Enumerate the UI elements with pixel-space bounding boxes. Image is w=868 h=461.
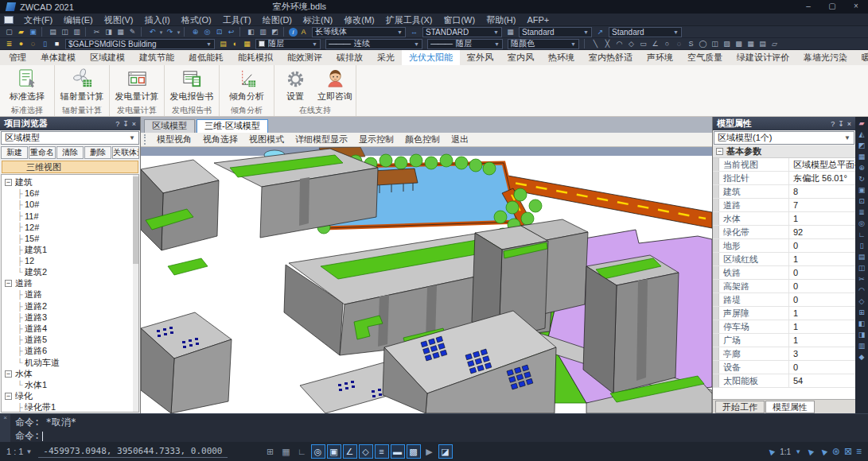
ribbon-tab[interactable]: 采光 — [370, 50, 402, 65]
tree-item[interactable]: 10# — [5, 199, 138, 210]
lineweight-icon[interactable]: ▬ — [391, 444, 405, 459]
tilt-analysis-button[interactable]: 倾角分析 — [222, 68, 271, 103]
property-row[interactable]: 铁路 0 — [713, 266, 855, 280]
scrollbar-thumb[interactable] — [133, 176, 138, 264]
publish-icon[interactable]: ▥ — [71, 27, 83, 37]
settings-button[interactable]: 设置 — [277, 68, 313, 103]
polar-tracking-icon[interactable]: ◎ — [311, 444, 325, 459]
color-combo[interactable]: 随层▼ — [255, 39, 321, 49]
rectangle-icon[interactable]: ▭ — [637, 39, 649, 49]
command-lines[interactable]: 命令: *取消* 命令: — [10, 414, 868, 442]
tree-item[interactable]: 15# — [5, 233, 138, 244]
tree-item[interactable]: 绿化 — [5, 391, 138, 402]
extrude-icon[interactable]: ⊡ — [856, 196, 867, 207]
ribbon-tab[interactable]: 建筑节能 — [132, 50, 181, 65]
layer-previous-icon[interactable]: ◐ — [229, 39, 241, 49]
ribbon-tab[interactable]: 区域建模 — [83, 50, 132, 65]
ribbon-tab[interactable]: 热环境 — [541, 50, 582, 65]
menu-item[interactable]: 格式(O) — [176, 14, 217, 26]
layer-walk-icon[interactable]: ◧ — [856, 319, 867, 329]
property-row[interactable]: 广场 1 — [713, 334, 855, 347]
ribbon-tab[interactable]: 单体建模 — [33, 50, 83, 65]
close-icon[interactable]: × — [847, 120, 851, 128]
table-icon[interactable]: ▦ — [745, 39, 757, 49]
dynamic-input-icon[interactable]: ≡ — [375, 444, 389, 459]
pan-icon[interactable]: ⊕ — [189, 27, 201, 37]
plot-preview-icon[interactable]: ◫ — [59, 27, 71, 37]
tree-item[interactable]: 建筑1 — [5, 244, 138, 255]
match-properties-icon[interactable]: ✎ — [127, 27, 138, 37]
region-icon[interactable]: ▱ — [769, 39, 780, 49]
polygon-icon[interactable]: ◇ — [625, 39, 637, 49]
command-close-icon[interactable]: × — [3, 414, 7, 421]
tree-item[interactable]: 道路5 — [5, 335, 138, 346]
property-row[interactable]: 高架路 0 — [713, 280, 855, 293]
menu-item[interactable]: 视图(V) — [99, 14, 139, 26]
view-toolbar-button[interactable]: 退出 — [446, 134, 474, 145]
view-toolbar-button[interactable]: 详细模型显示 — [290, 134, 353, 145]
property-row[interactable]: 太阳能板 54 — [713, 374, 855, 388]
property-row[interactable]: 指北针 东偏北 56.01° — [713, 172, 855, 185]
wall-icon[interactable]: ▯ — [856, 241, 867, 251]
layer-lock-icon[interactable]: ▯ — [39, 39, 51, 49]
hatch-display-icon[interactable]: ▩ — [407, 444, 421, 459]
blocks-icon[interactable]: ▦ — [856, 152, 867, 162]
open-folder-icon[interactable]: ▰ — [15, 27, 27, 37]
stamp-icon[interactable]: ◩ — [856, 141, 867, 151]
consult-now-button[interactable]: 立即咨询 — [317, 68, 353, 103]
collapse-icon[interactable]: − — [716, 148, 723, 155]
scale-control[interactable]: 1 : 1 ▼ — [6, 447, 32, 456]
ribbon-tab[interactable]: 能效测评 — [280, 50, 329, 65]
tree-item[interactable]: 16# — [5, 188, 138, 199]
layer-states-icon[interactable]: ▦ — [241, 39, 253, 49]
chamfer-icon[interactable]: ◇ — [856, 296, 867, 307]
cursor-select-icon[interactable]: ▶ — [422, 444, 437, 459]
tree-item[interactable]: 建筑2 — [5, 267, 138, 278]
undo-dropdown-icon[interactable]: ▾ — [158, 27, 164, 37]
property-row[interactable]: 设备 0 — [713, 361, 855, 374]
polyline-icon[interactable]: ∠ — [649, 39, 661, 49]
panel-button[interactable]: 删除 — [84, 146, 111, 159]
circle-icon[interactable]: ○ — [661, 39, 673, 49]
fullscreen-icon[interactable]: ⊠ — [844, 446, 852, 457]
property-row[interactable]: 建筑 8 — [713, 185, 855, 199]
power-calc-button[interactable]: 发电量计算 — [112, 68, 162, 103]
designcenter-icon[interactable]: ◩ — [269, 27, 281, 37]
toolbar-drag-handle[interactable] — [144, 134, 147, 145]
tree-item[interactable]: 道路2 — [5, 300, 138, 312]
menu-item[interactable]: 文件(F) — [18, 14, 58, 26]
align-icon[interactable]: ≣ — [856, 207, 867, 218]
basic-params-section[interactable]: − 基本参数 — [713, 145, 855, 158]
help-icon[interactable]: ? — [831, 120, 835, 128]
ribbon-tab[interactable]: 碳排放 — [329, 50, 370, 65]
menu-item[interactable]: 扩展工具(X) — [380, 14, 438, 26]
tree-item[interactable]: 道路3 — [5, 312, 138, 323]
menu-icon[interactable]: ≡ — [856, 446, 862, 457]
text-style-combo[interactable]: 长等线体▼ — [312, 27, 406, 37]
command-prompt-line[interactable]: 命令: — [15, 429, 863, 443]
move-icon[interactable]: ⊕ — [856, 163, 867, 173]
plot-style-combo[interactable]: 随颜色▼ — [508, 39, 579, 49]
tree-item[interactable]: 11# — [5, 211, 138, 222]
layer-freeze-icon[interactable]: ◌ — [27, 39, 39, 49]
menu-item[interactable]: 插入(I) — [138, 14, 175, 26]
isolate-objects-icon[interactable]: ◪ — [438, 444, 453, 459]
property-row[interactable]: 当前视图 区域模型总平面视图 — [713, 158, 855, 172]
layer-combo[interactable]: $GALPSMdlGIS Building▼ — [65, 39, 215, 49]
ribbon-tab[interactable]: 超低能耗 — [181, 50, 231, 65]
copy-tool-icon[interactable]: ◨ — [856, 330, 867, 340]
annotation-scale-dropdown-icon[interactable]: ▼ — [795, 448, 801, 455]
dim-style-combo[interactable]: STANDARD▼ — [422, 27, 502, 37]
scale-dropdown-icon[interactable]: ▼ — [25, 448, 32, 455]
panel-button[interactable]: 清除 — [56, 146, 84, 159]
ribbon-tab[interactable]: 绿建设计评价 — [730, 50, 796, 65]
measure-icon[interactable]: ◭ — [856, 130, 867, 140]
ribbon-tab[interactable]: 室外风 — [460, 50, 500, 65]
view-tab[interactable]: 区域模型 — [144, 119, 195, 133]
object-snap-icon[interactable]: ▣ — [327, 444, 341, 459]
layer-on-icon[interactable]: ● — [15, 39, 27, 49]
close-icon[interactable]: × — [132, 120, 136, 128]
array-icon[interactable]: ⊞ — [856, 308, 867, 318]
view-item-3d[interactable]: 三维视图 — [2, 161, 138, 173]
menu-item[interactable]: AFP+ — [521, 14, 555, 26]
